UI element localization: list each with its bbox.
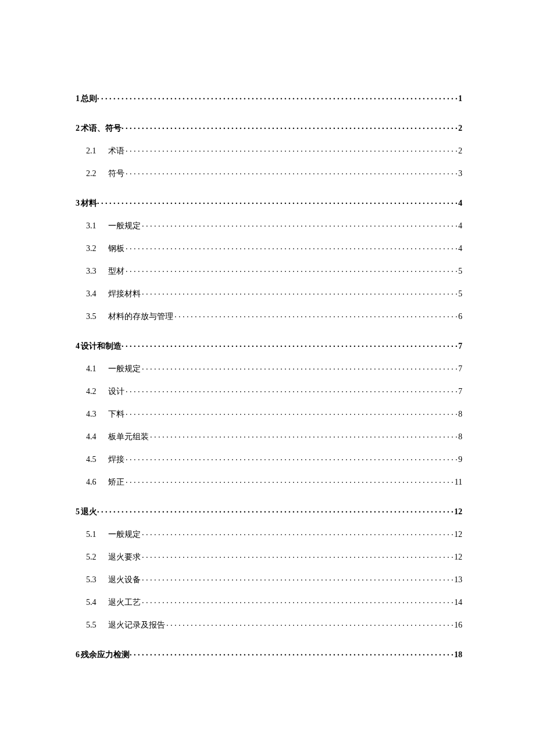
toc-entry-page: 1 xyxy=(457,95,462,103)
toc-leader-dots xyxy=(150,431,457,439)
toc-entry-title: 矫正 xyxy=(108,478,124,486)
toc-entry-number: 4.5 xyxy=(86,456,108,464)
toc-entry: 1 总则1 xyxy=(76,93,462,103)
toc-entry-title: 一般规定 xyxy=(108,365,141,373)
toc-entry-title: 焊接材料 xyxy=(108,290,141,298)
toc-entry: 3.1一般规定4 xyxy=(86,220,462,230)
toc-entry: 5 退火12 xyxy=(76,506,462,516)
toc-leader-dots xyxy=(122,123,457,131)
toc-entry-number: 2.2 xyxy=(86,170,108,178)
toc-entry-title: 术语 xyxy=(108,147,124,155)
toc-entry-title: 设计 xyxy=(108,388,124,396)
toc-entry-page: 12 xyxy=(453,553,462,561)
toc-entry: 4.4板单元组装8 xyxy=(86,431,462,441)
toc-entry-title: 退火工艺 xyxy=(108,599,141,607)
toc-leader-dots xyxy=(122,341,457,349)
toc-entry-number: 3.4 xyxy=(86,290,108,298)
toc-leader-dots xyxy=(97,93,457,101)
toc-entry: 5.5退火记录及报告16 xyxy=(86,619,462,629)
toc-entry-title: 型材 xyxy=(108,267,124,275)
toc-leader-dots xyxy=(97,198,457,206)
toc-entry-title: 残余应力检测 xyxy=(81,651,130,659)
toc-entry: 4 设计和制造7 xyxy=(76,341,462,350)
toc-entry: 3.4焊接材料5 xyxy=(86,288,462,298)
toc-entry: 4.3下料8 xyxy=(86,409,462,418)
toc-entry-page: 7 xyxy=(457,365,462,373)
toc-entry-number: 3.3 xyxy=(86,267,108,275)
toc-entry-number: 3 xyxy=(76,199,80,207)
toc-entry-title: 符号 xyxy=(108,170,124,178)
toc-entry-number: 5.1 xyxy=(86,531,108,539)
toc-entry-number: 4.4 xyxy=(86,433,108,441)
toc-leader-dots xyxy=(142,574,453,582)
toc-entry-number: 3.5 xyxy=(86,313,108,321)
toc-entry-title: 退火要求 xyxy=(108,553,141,561)
toc-entry-page: 3 xyxy=(457,170,462,178)
toc-entry-page: 7 xyxy=(457,388,462,396)
toc-entry-page: 6 xyxy=(457,313,462,321)
toc-entry-number: 4.2 xyxy=(86,388,108,396)
toc-entry-page: 2 xyxy=(457,147,462,155)
toc-entry-page: 16 xyxy=(453,621,462,629)
toc-entry-page: 13 xyxy=(453,576,462,584)
toc-entry-number: 5.4 xyxy=(86,599,108,607)
toc-leader-dots xyxy=(126,145,457,153)
toc-entry: 2.2符号3 xyxy=(86,168,462,178)
toc-entry: 2 术语、符号2 xyxy=(76,123,462,132)
toc-entry-page: 11 xyxy=(454,478,462,486)
toc-entry: 3 材料4 xyxy=(76,198,462,207)
toc-entry-number: 2.1 xyxy=(86,147,108,155)
toc-entry-page: 12 xyxy=(453,531,462,539)
toc-entry-title: 下料 xyxy=(108,410,124,418)
toc-entry-page: 5 xyxy=(457,267,462,275)
toc-leader-dots xyxy=(142,288,457,296)
toc-entry-page: 18 xyxy=(453,651,462,659)
toc-entry-page: 2 xyxy=(457,124,462,132)
toc-entry-title: 总则 xyxy=(81,95,97,103)
toc-entry-title: 退火 xyxy=(81,508,97,516)
toc-leader-dots xyxy=(126,243,457,251)
toc-entry-title: 焊接 xyxy=(108,456,124,464)
toc-entry-title: 退火设备 xyxy=(108,576,141,584)
toc-entry-page: 5 xyxy=(457,290,462,298)
toc-entry: 4.5焊接9 xyxy=(86,454,462,464)
toc-leader-dots xyxy=(126,168,457,176)
toc-entry-number: 2 xyxy=(76,124,80,132)
toc-entry-title: 板单元组装 xyxy=(108,433,149,441)
toc-entry: 3.3型材5 xyxy=(86,266,462,275)
toc-leader-dots xyxy=(97,506,453,514)
toc-entry-page: 14 xyxy=(453,599,462,607)
toc-entry: 3.2钢板4 xyxy=(86,243,462,253)
toc-entry-number: 5.5 xyxy=(86,621,108,629)
toc-entry-number: 5.2 xyxy=(86,553,108,561)
toc-entry-number: 4.3 xyxy=(86,410,108,418)
toc-leader-dots xyxy=(142,363,457,371)
toc-entry-number: 3.1 xyxy=(86,222,108,230)
toc-entry-title: 一般规定 xyxy=(108,531,141,539)
toc-entry: 5.4退火工艺14 xyxy=(86,597,462,607)
toc-entry-number: 5 xyxy=(76,508,80,516)
toc-leader-dots xyxy=(142,597,453,605)
toc-entry: 5.2退火要求12 xyxy=(86,551,462,561)
toc-entry-page: 7 xyxy=(457,342,462,350)
toc-entry: 3.5材料的存放与管理6 xyxy=(86,311,462,321)
toc-entry-title: 设计和制造 xyxy=(81,342,122,350)
toc-entry: 4.1一般规定7 xyxy=(86,363,462,373)
toc-entry-page: 4 xyxy=(457,245,462,253)
toc-leader-dots xyxy=(130,649,453,657)
toc-leader-dots xyxy=(126,386,457,394)
toc-entry-page: 4 xyxy=(457,199,462,207)
toc-entry-title: 材料的存放与管理 xyxy=(108,313,173,321)
toc-entry-page: 8 xyxy=(457,410,462,418)
toc-entry-page: 4 xyxy=(457,222,462,230)
toc-entry-number: 4 xyxy=(76,342,80,350)
toc-entry-number: 1 xyxy=(76,95,80,103)
toc-entry-number: 3.2 xyxy=(86,245,108,253)
toc-leader-dots xyxy=(126,476,454,485)
toc-entry-number: 4.1 xyxy=(86,365,108,373)
toc-leader-dots xyxy=(166,619,453,628)
toc-entry-page: 8 xyxy=(457,433,462,441)
toc-entry-page: 12 xyxy=(453,508,462,516)
toc-entry: 6 残余应力检测18 xyxy=(76,649,462,659)
toc-leader-dots xyxy=(142,220,457,228)
